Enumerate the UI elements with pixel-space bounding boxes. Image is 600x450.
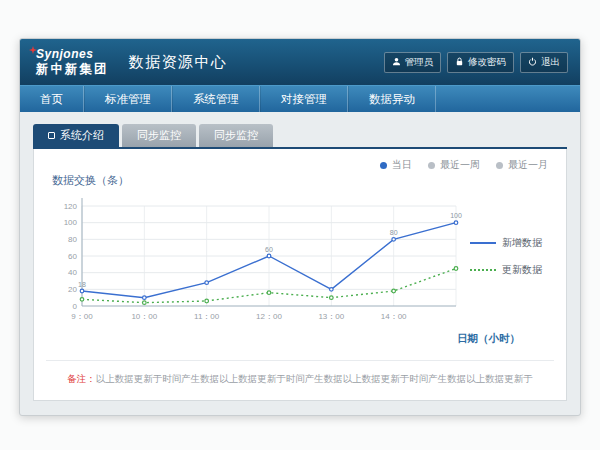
note: 备注：以上数据更新于时间产生数据以上数据更新于时间产生数据以上数据更新于时间产生… <box>46 360 554 392</box>
filter-item-last-month[interactable]: 最近一月 <box>496 158 548 172</box>
svg-text:10：00: 10：00 <box>131 312 157 321</box>
logo: Synjones 新中新集团 <box>32 48 109 76</box>
y-axis-title: 数据交换（条） <box>52 173 554 188</box>
svg-text:60: 60 <box>265 246 273 253</box>
change-password-button-label: 修改密码 <box>468 56 506 69</box>
legend-updated-data-label: 更新数据 <box>502 263 542 277</box>
logout-button-label: 退出 <box>541 56 560 69</box>
svg-text:14：00: 14：00 <box>381 312 407 321</box>
nav-item-connection-mgmt[interactable]: 对接管理 <box>260 86 348 112</box>
filter-today-label: 当日 <box>392 158 412 172</box>
tab-sync-monitor-1[interactable]: 同步监控 <box>122 124 196 147</box>
updated-data-line-icon <box>470 269 496 271</box>
main-nav: 首页 标准管理 系统管理 对接管理 数据异动 <box>20 85 580 112</box>
last-week-dot-icon <box>428 162 435 169</box>
tab-icon <box>48 132 55 139</box>
svg-text:80: 80 <box>390 229 398 236</box>
nav-item-home[interactable]: 首页 <box>20 86 84 112</box>
svg-text:18: 18 <box>78 281 86 288</box>
nav-item-standard-mgmt[interactable]: 标准管理 <box>84 86 172 112</box>
svg-text:80: 80 <box>68 235 77 244</box>
tab-sync-monitor-1-label: 同步监控 <box>137 128 181 143</box>
app-window: Synjones 新中新集团 数据资源中心 管理员 修改密码 <box>19 38 581 416</box>
today-dot-icon <box>380 162 387 169</box>
tab-system-intro-label: 系统介绍 <box>60 128 104 143</box>
nav-item-system-mgmt[interactable]: 系统管理 <box>172 86 260 112</box>
chart-row: 9：0010：0011：0012：0013：0014：0002040608010… <box>46 190 554 340</box>
user-icon <box>392 57 401 68</box>
last-month-dot-icon <box>496 162 503 169</box>
svg-text:100: 100 <box>64 218 78 227</box>
svg-text:13：00: 13：00 <box>318 312 344 321</box>
filter-legend: 当日 最近一周 最近一月 <box>380 158 548 172</box>
chart-panel: 当日 最近一周 最近一月 数据交换（条） 9：0010：0011：0012：00… <box>33 149 567 401</box>
user-actions: 管理员 修改密码 退出 <box>384 52 569 73</box>
tab-sync-monitor-2[interactable]: 同步监控 <box>199 124 273 147</box>
nav-item-data-change[interactable]: 数据异动 <box>348 86 436 112</box>
new-data-line-icon <box>470 242 496 244</box>
logout-button[interactable]: 退出 <box>520 52 568 73</box>
logo-star-icon <box>29 44 37 52</box>
note-label: 备注： <box>67 373 96 384</box>
legend-new-data-label: 新增数据 <box>502 236 542 250</box>
svg-text:11：00: 11：00 <box>194 312 220 321</box>
svg-text:0: 0 <box>73 302 78 311</box>
app-header: Synjones 新中新集团 数据资源中心 管理员 修改密码 <box>20 39 580 85</box>
desktop-background: Synjones 新中新集团 数据资源中心 管理员 修改密码 <box>0 0 600 450</box>
x-axis-title: 日期（小时） <box>46 332 554 346</box>
logo-subtext: 新中新集团 <box>36 63 109 76</box>
tab-sync-monitor-2-label: 同步监控 <box>214 128 258 143</box>
change-password-button[interactable]: 修改密码 <box>447 52 514 73</box>
app-title: 数据资源中心 <box>129 53 228 72</box>
svg-text:9：00: 9：00 <box>71 312 93 321</box>
lock-icon <box>455 57 464 68</box>
filter-last-week-label: 最近一周 <box>440 158 480 172</box>
content-area: 系统介绍 同步监控 同步监控 当日 最近一周 <box>20 112 580 415</box>
legend-item-updated-data[interactable]: 更新数据 <box>470 263 542 277</box>
series-legend: 新增数据 更新数据 <box>470 190 542 340</box>
admin-button[interactable]: 管理员 <box>384 52 442 73</box>
tab-system-intro[interactable]: 系统介绍 <box>33 124 119 147</box>
filter-last-month-label: 最近一月 <box>508 158 548 172</box>
line-chart: 9：0010：0011：0012：0013：0014：0002040608010… <box>46 190 466 340</box>
svg-text:60: 60 <box>68 252 77 261</box>
svg-text:100: 100 <box>450 212 462 219</box>
filter-item-last-week[interactable]: 最近一周 <box>428 158 480 172</box>
logo-en-label: Synjones <box>36 47 93 61</box>
svg-text:12：00: 12：00 <box>256 312 282 321</box>
svg-text:40: 40 <box>68 268 77 277</box>
svg-text:120: 120 <box>64 202 78 211</box>
logo-text: Synjones <box>36 48 109 61</box>
legend-item-new-data[interactable]: 新增数据 <box>470 236 542 250</box>
filter-item-today[interactable]: 当日 <box>380 158 412 172</box>
admin-button-label: 管理员 <box>405 56 434 69</box>
svg-text:20: 20 <box>68 285 77 294</box>
tab-strip: 系统介绍 同步监控 同步监控 <box>33 124 567 149</box>
logout-icon <box>528 57 537 68</box>
note-text: 以上数据更新于时间产生数据以上数据更新于时间产生数据以上数据更新于时间产生数据以… <box>96 373 533 384</box>
